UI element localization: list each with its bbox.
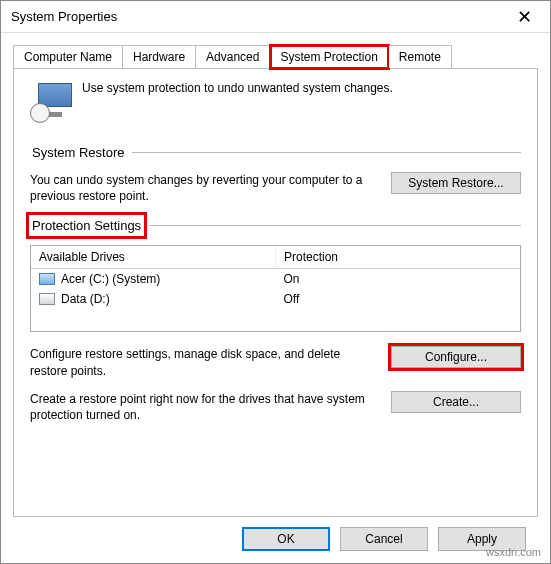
section-label: System Restore [30, 143, 126, 162]
ok-button[interactable]: OK [242, 527, 330, 551]
system-properties-window: System Properties ✕ Computer Name Hardwa… [0, 0, 551, 564]
drive-row[interactable]: Acer (C:) (System) On [31, 269, 520, 289]
section-header-protection-settings: Protection Settings [30, 216, 521, 235]
titlebar: System Properties ✕ [1, 1, 550, 33]
drive-name: Data (D:) [61, 292, 110, 306]
tab-remote[interactable]: Remote [389, 45, 452, 68]
system-restore-desc: You can undo system changes by reverting… [30, 172, 379, 204]
tab-panel-system-protection: Use system protection to undo unwanted s… [13, 69, 538, 517]
drives-header: Available Drives Protection [31, 246, 520, 269]
configure-button[interactable]: Configure... [391, 346, 521, 368]
create-button[interactable]: Create... [391, 391, 521, 413]
system-restore-row: You can undo system changes by reverting… [30, 172, 521, 204]
drive-status: On [276, 270, 521, 288]
section-label: Protection Settings [30, 216, 143, 235]
cancel-button[interactable]: Cancel [340, 527, 428, 551]
drive-status: Off [276, 290, 521, 308]
tab-computer-name[interactable]: Computer Name [13, 45, 123, 68]
dialog-footer: OK Cancel Apply [13, 517, 538, 563]
drive-icon [39, 293, 55, 305]
close-icon[interactable]: ✕ [507, 4, 542, 30]
window-title: System Properties [11, 9, 117, 24]
create-desc: Create a restore point right now for the… [30, 391, 379, 423]
content-area: Computer Name Hardware Advanced System P… [1, 33, 550, 563]
configure-desc: Configure restore settings, manage disk … [30, 346, 379, 378]
create-row: Create a restore point right now for the… [30, 391, 521, 423]
system-restore-button[interactable]: System Restore... [391, 172, 521, 194]
system-protection-icon [30, 81, 72, 123]
section-header-system-restore: System Restore [30, 143, 521, 162]
intro-text: Use system protection to undo unwanted s… [82, 81, 393, 123]
tab-system-protection[interactable]: System Protection [270, 45, 388, 69]
tab-advanced[interactable]: Advanced [196, 45, 270, 68]
divider [132, 152, 521, 153]
col-available-drives: Available Drives [31, 246, 276, 269]
tab-strip: Computer Name Hardware Advanced System P… [13, 45, 538, 69]
intro-row: Use system protection to undo unwanted s… [30, 81, 521, 123]
tab-hardware[interactable]: Hardware [123, 45, 196, 68]
configure-row: Configure restore settings, manage disk … [30, 346, 521, 378]
drives-list[interactable]: Available Drives Protection Acer (C:) (S… [30, 245, 521, 332]
drive-name: Acer (C:) (System) [61, 272, 160, 286]
col-protection: Protection [276, 246, 520, 269]
watermark: wsxdn.com [486, 546, 541, 558]
drive-row[interactable]: Data (D:) Off [31, 289, 520, 309]
drive-icon [39, 273, 55, 285]
divider [149, 225, 521, 226]
